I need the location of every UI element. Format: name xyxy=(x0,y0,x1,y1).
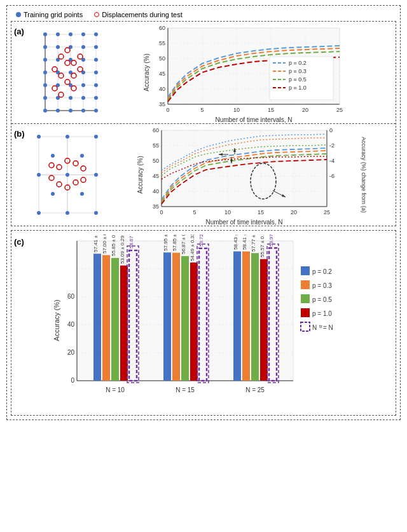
svg-text:35: 35 xyxy=(153,203,159,210)
svg-point-15 xyxy=(56,32,60,36)
svg-text:20: 20 xyxy=(67,349,75,356)
svg-text:p = 0.2: p = 0.2 xyxy=(312,268,332,275)
bar-n25-p03 xyxy=(242,252,250,381)
svg-point-114 xyxy=(94,211,98,215)
svg-text:-4: -4 xyxy=(329,158,335,164)
svg-text:40: 40 xyxy=(67,321,75,328)
svg-text:Accuracy (%) change from (a): Accuracy (%) change from (a) xyxy=(361,137,367,213)
svg-text:0: 0 xyxy=(166,107,169,113)
svg-point-49 xyxy=(52,67,57,72)
svg-text:0: 0 xyxy=(160,209,163,215)
svg-text:57.77 ± 0.26: 57.77 ± 0.26 xyxy=(251,235,256,252)
svg-point-128 xyxy=(81,166,86,171)
svg-point-51 xyxy=(71,73,76,78)
svg-point-52 xyxy=(59,54,64,59)
panels-ab: (a) xyxy=(11,21,396,226)
svg-point-109 xyxy=(37,173,41,177)
svg-text:53.09 ± 0.29: 53.09 ± 0.29 xyxy=(120,235,125,264)
svg-text:57.85 ± 0.24: 57.85 ± 0.24 xyxy=(172,235,177,251)
svg-point-23 xyxy=(94,45,98,49)
bar-n25-p10 xyxy=(260,259,268,381)
svg-point-16 xyxy=(69,32,72,36)
svg-point-122 xyxy=(49,175,54,181)
svg-rect-129 xyxy=(162,130,327,207)
svg-point-46 xyxy=(69,109,72,113)
svg-point-42 xyxy=(81,96,85,100)
svg-point-48 xyxy=(94,109,98,113)
svg-point-38 xyxy=(94,83,98,87)
bar-n15-p02 xyxy=(163,252,171,381)
panel-c-label: (c) xyxy=(14,235,28,247)
svg-point-53 xyxy=(78,67,83,72)
panel-a-label: (a) xyxy=(11,22,29,123)
svg-point-59 xyxy=(65,48,70,53)
panel-b-scatter xyxy=(29,124,106,226)
svg-text:-6: -6 xyxy=(329,173,335,179)
svg-text:60: 60 xyxy=(153,127,159,133)
svg-text:p = 0.3: p = 0.3 xyxy=(312,282,332,289)
svg-rect-209 xyxy=(301,294,310,303)
svg-text:15: 15 xyxy=(268,107,274,113)
svg-point-125 xyxy=(57,182,62,187)
svg-text:p = 0.5: p = 0.5 xyxy=(289,76,307,83)
svg-text:p = 1.0: p = 1.0 xyxy=(312,310,332,317)
svg-point-19 xyxy=(43,45,47,49)
training-dot-icon xyxy=(16,12,21,17)
bar-n15-p03 xyxy=(172,253,180,381)
svg-point-55 xyxy=(52,86,57,91)
svg-text:55.57 ± 0.26: 55.57 ± 0.26 xyxy=(259,235,265,257)
svg-point-24 xyxy=(43,58,47,62)
svg-text:= N: = N xyxy=(323,324,333,331)
svg-text:57.41 ± 0.29: 57.41 ± 0.29 xyxy=(93,235,99,252)
bar-n10-p10 xyxy=(120,266,128,381)
svg-text:50: 50 xyxy=(159,55,165,62)
svg-point-127 xyxy=(49,163,54,168)
svg-text:60: 60 xyxy=(67,293,75,300)
svg-point-43 xyxy=(94,96,98,100)
svg-rect-207 xyxy=(301,280,310,289)
svg-point-47 xyxy=(81,109,85,113)
svg-text:25: 25 xyxy=(336,107,343,113)
svg-point-29 xyxy=(43,71,47,74)
svg-point-116 xyxy=(80,154,84,158)
svg-text:Accuracy (%): Accuracy (%) xyxy=(53,299,60,341)
svg-point-117 xyxy=(51,192,55,196)
svg-text:57.95 ± 0.29: 57.95 ± 0.29 xyxy=(163,235,169,251)
svg-text:p = 0.2: p = 0.2 xyxy=(289,60,307,66)
svg-text:10: 10 xyxy=(233,107,240,113)
svg-text:45: 45 xyxy=(153,173,159,179)
svg-text:-2: -2 xyxy=(329,142,335,149)
svg-point-50 xyxy=(65,60,70,65)
svg-point-111 xyxy=(94,173,98,177)
svg-text:Accuracy (%): Accuracy (%) xyxy=(137,156,144,193)
svg-point-106 xyxy=(37,135,41,139)
svg-rect-213 xyxy=(301,322,310,331)
svg-point-20 xyxy=(56,45,60,49)
svg-point-126 xyxy=(73,180,78,185)
svg-point-112 xyxy=(37,211,41,215)
bar-n10-p05 xyxy=(111,258,119,381)
svg-text:50: 50 xyxy=(153,158,159,164)
bar-n25-p05 xyxy=(251,253,259,381)
panel-b-label: (b) xyxy=(11,124,29,226)
svg-text:0: 0 xyxy=(71,377,74,384)
svg-point-123 xyxy=(81,177,86,182)
svg-text:N = 10: N = 10 xyxy=(106,386,125,393)
svg-text:59.72 ± 0.24: 59.72 ± 0.24 xyxy=(198,235,204,247)
legend-training-label: Training grid points xyxy=(24,11,83,18)
svg-point-39 xyxy=(43,96,47,100)
svg-text:40: 40 xyxy=(153,188,159,194)
svg-text:10: 10 xyxy=(224,209,231,215)
svg-text:p = 0.5: p = 0.5 xyxy=(312,296,332,303)
legend-displacement-label: Displacements during test xyxy=(102,11,183,18)
svg-text:60: 60 xyxy=(159,25,165,31)
svg-point-120 xyxy=(73,161,78,166)
svg-point-54 xyxy=(65,79,70,85)
bar-n25-p02 xyxy=(233,252,241,381)
svg-point-34 xyxy=(43,83,47,87)
svg-text:55: 55 xyxy=(153,142,159,149)
svg-point-107 xyxy=(66,135,69,139)
panel-c: (c) 0 20 40 xyxy=(11,230,396,416)
svg-point-41 xyxy=(69,96,72,100)
svg-text:55.85 ± 0.28: 55.85 ± 0.28 xyxy=(111,235,116,256)
